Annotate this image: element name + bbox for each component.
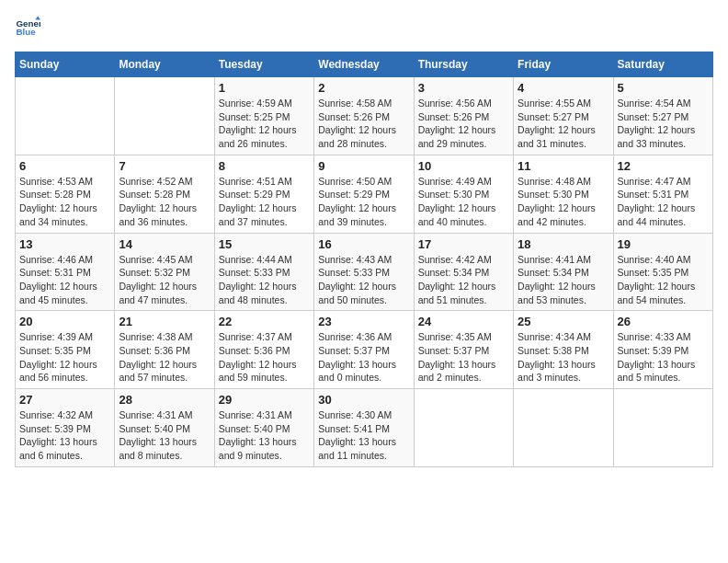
calendar-cell (514, 389, 613, 467)
day-info: Sunrise: 4:59 AM Sunset: 5:25 PM Dayligh… (219, 97, 310, 151)
day-info: Sunrise: 4:43 AM Sunset: 5:33 PM Dayligh… (318, 253, 409, 307)
day-info: Sunrise: 4:53 AM Sunset: 5:28 PM Dayligh… (19, 175, 110, 229)
day-number: 29 (219, 393, 310, 407)
weekday-header: Tuesday (214, 52, 313, 77)
day-number: 4 (518, 81, 609, 95)
day-info: Sunrise: 4:55 AM Sunset: 5:27 PM Dayligh… (518, 97, 609, 151)
day-info: Sunrise: 4:33 AM Sunset: 5:39 PM Dayligh… (618, 330, 709, 385)
day-number: 30 (318, 393, 409, 407)
calendar-cell: 12Sunrise: 4:47 AM Sunset: 5:31 PM Dayli… (613, 155, 712, 233)
day-info: Sunrise: 4:40 AM Sunset: 5:35 PM Dayligh… (618, 253, 709, 307)
day-info: Sunrise: 4:47 AM Sunset: 5:31 PM Dayligh… (618, 175, 709, 229)
calendar-cell: 13Sunrise: 4:46 AM Sunset: 5:31 PM Dayli… (16, 233, 115, 311)
calendar-cell: 25Sunrise: 4:34 AM Sunset: 5:38 PM Dayli… (514, 311, 613, 389)
calendar-cell: 11Sunrise: 4:48 AM Sunset: 5:30 PM Dayli… (514, 155, 613, 233)
day-info: Sunrise: 4:54 AM Sunset: 5:27 PM Dayligh… (618, 97, 709, 151)
weekday-header: Friday (514, 52, 613, 77)
calendar-table: SundayMondayTuesdayWednesdayThursdayFrid… (15, 52, 713, 467)
day-number: 2 (318, 81, 409, 95)
calendar-cell: 29Sunrise: 4:31 AM Sunset: 5:40 PM Dayli… (214, 389, 313, 467)
weekday-header: Sunday (16, 52, 115, 77)
calendar-cell: 15Sunrise: 4:44 AM Sunset: 5:33 PM Dayli… (214, 233, 313, 311)
calendar-cell: 1Sunrise: 4:59 AM Sunset: 5:25 PM Daylig… (214, 77, 313, 155)
day-number: 24 (418, 315, 509, 328)
calendar-cell (613, 389, 712, 467)
day-info: Sunrise: 4:51 AM Sunset: 5:29 PM Dayligh… (219, 175, 310, 229)
calendar-body: 1Sunrise: 4:59 AM Sunset: 5:25 PM Daylig… (16, 77, 713, 467)
day-info: Sunrise: 4:32 AM Sunset: 5:39 PM Dayligh… (19, 408, 110, 463)
day-info: Sunrise: 4:36 AM Sunset: 5:37 PM Dayligh… (318, 330, 409, 385)
calendar-cell: 6Sunrise: 4:53 AM Sunset: 5:28 PM Daylig… (16, 155, 115, 233)
calendar-cell: 22Sunrise: 4:37 AM Sunset: 5:36 PM Dayli… (214, 311, 313, 389)
day-number: 14 (119, 237, 210, 251)
day-number: 13 (19, 237, 110, 251)
page-header: General Blue (15, 15, 713, 40)
day-number: 23 (318, 315, 409, 328)
day-info: Sunrise: 4:52 AM Sunset: 5:28 PM Dayligh… (119, 175, 210, 229)
day-info: Sunrise: 4:45 AM Sunset: 5:32 PM Dayligh… (119, 253, 210, 307)
day-info: Sunrise: 4:56 AM Sunset: 5:26 PM Dayligh… (418, 97, 509, 151)
day-number: 20 (19, 315, 110, 328)
logo: General Blue (15, 15, 44, 40)
calendar-cell: 16Sunrise: 4:43 AM Sunset: 5:33 PM Dayli… (314, 233, 414, 311)
logo-icon: General Blue (15, 15, 40, 40)
calendar-cell: 18Sunrise: 4:41 AM Sunset: 5:34 PM Dayli… (514, 233, 613, 311)
calendar-cell: 5Sunrise: 4:54 AM Sunset: 5:27 PM Daylig… (613, 77, 712, 155)
weekday-header: Thursday (414, 52, 513, 77)
calendar-cell: 4Sunrise: 4:55 AM Sunset: 5:27 PM Daylig… (514, 77, 613, 155)
day-number: 5 (618, 81, 709, 95)
day-number: 25 (518, 315, 609, 328)
day-number: 10 (418, 159, 509, 173)
day-info: Sunrise: 4:34 AM Sunset: 5:38 PM Dayligh… (518, 330, 609, 385)
day-number: 22 (219, 315, 310, 328)
calendar-cell: 30Sunrise: 4:30 AM Sunset: 5:41 PM Dayli… (314, 389, 414, 467)
calendar-week-row: 1Sunrise: 4:59 AM Sunset: 5:25 PM Daylig… (16, 77, 713, 155)
day-info: Sunrise: 4:35 AM Sunset: 5:37 PM Dayligh… (418, 330, 509, 385)
calendar-cell (414, 389, 513, 467)
day-number: 1 (219, 81, 310, 95)
calendar-week-row: 20Sunrise: 4:39 AM Sunset: 5:35 PM Dayli… (16, 311, 713, 389)
svg-text:Blue: Blue (16, 27, 36, 37)
weekday-header: Saturday (613, 52, 712, 77)
calendar-cell: 20Sunrise: 4:39 AM Sunset: 5:35 PM Dayli… (16, 311, 115, 389)
calendar-cell: 8Sunrise: 4:51 AM Sunset: 5:29 PM Daylig… (214, 155, 313, 233)
calendar-cell: 27Sunrise: 4:32 AM Sunset: 5:39 PM Dayli… (16, 389, 115, 467)
calendar-cell: 23Sunrise: 4:36 AM Sunset: 5:37 PM Dayli… (314, 311, 414, 389)
day-number: 7 (119, 159, 210, 173)
day-number: 18 (518, 237, 609, 251)
calendar-cell: 17Sunrise: 4:42 AM Sunset: 5:34 PM Dayli… (414, 233, 513, 311)
day-number: 12 (618, 159, 709, 173)
day-info: Sunrise: 4:44 AM Sunset: 5:33 PM Dayligh… (219, 253, 310, 307)
day-number: 3 (418, 81, 509, 95)
day-number: 9 (318, 159, 409, 173)
day-info: Sunrise: 4:58 AM Sunset: 5:26 PM Dayligh… (318, 97, 409, 151)
day-info: Sunrise: 4:39 AM Sunset: 5:35 PM Dayligh… (19, 330, 110, 385)
calendar-cell: 19Sunrise: 4:40 AM Sunset: 5:35 PM Dayli… (613, 233, 712, 311)
calendar-cell: 2Sunrise: 4:58 AM Sunset: 5:26 PM Daylig… (314, 77, 414, 155)
day-info: Sunrise: 4:31 AM Sunset: 5:40 PM Dayligh… (119, 408, 210, 463)
day-info: Sunrise: 4:46 AM Sunset: 5:31 PM Dayligh… (19, 253, 110, 307)
day-number: 21 (119, 315, 210, 328)
day-info: Sunrise: 4:49 AM Sunset: 5:30 PM Dayligh… (418, 175, 509, 229)
calendar-week-row: 6Sunrise: 4:53 AM Sunset: 5:28 PM Daylig… (16, 155, 713, 233)
day-number: 28 (119, 393, 210, 407)
calendar-cell: 26Sunrise: 4:33 AM Sunset: 5:39 PM Dayli… (613, 311, 712, 389)
calendar-cell: 9Sunrise: 4:50 AM Sunset: 5:29 PM Daylig… (314, 155, 414, 233)
day-number: 15 (219, 237, 310, 251)
day-number: 27 (19, 393, 110, 407)
calendar-cell: 28Sunrise: 4:31 AM Sunset: 5:40 PM Dayli… (115, 389, 214, 467)
day-number: 16 (318, 237, 409, 251)
day-number: 6 (19, 159, 110, 173)
calendar-week-row: 13Sunrise: 4:46 AM Sunset: 5:31 PM Dayli… (16, 233, 713, 311)
day-number: 17 (418, 237, 509, 251)
calendar-header: SundayMondayTuesdayWednesdayThursdayFrid… (16, 52, 713, 77)
calendar-cell (115, 77, 214, 155)
day-number: 19 (618, 237, 709, 251)
day-number: 26 (618, 315, 709, 328)
day-info: Sunrise: 4:31 AM Sunset: 5:40 PM Dayligh… (219, 408, 310, 463)
calendar-cell: 21Sunrise: 4:38 AM Sunset: 5:36 PM Dayli… (115, 311, 214, 389)
day-number: 11 (518, 159, 609, 173)
day-info: Sunrise: 4:37 AM Sunset: 5:36 PM Dayligh… (219, 330, 310, 385)
calendar-cell: 10Sunrise: 4:49 AM Sunset: 5:30 PM Dayli… (414, 155, 513, 233)
day-info: Sunrise: 4:48 AM Sunset: 5:30 PM Dayligh… (518, 175, 609, 229)
